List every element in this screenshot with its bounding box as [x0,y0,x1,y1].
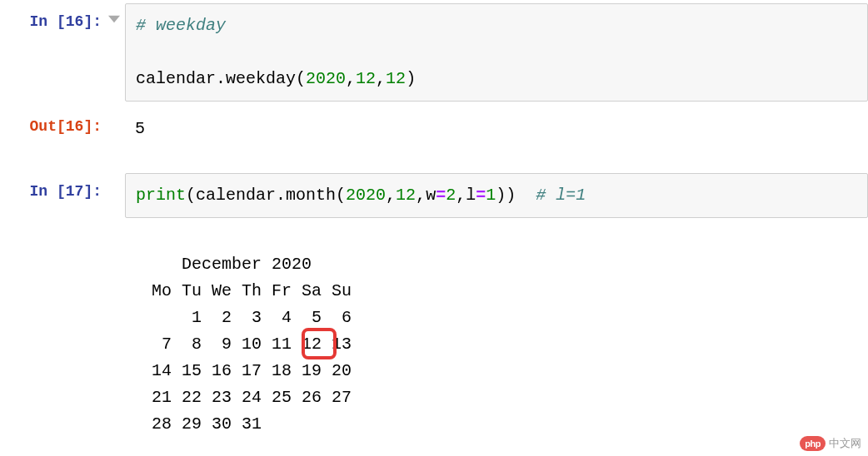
collapse-toggle[interactable] [108,3,125,27]
input-prompt: In [17]: [0,173,108,202]
input-prompt: In [16]: [0,3,108,32]
output-value: 5 [125,108,868,150]
calendar-text: December 2020 Mo Tu We Th Fr Sa Su 1 2 3… [152,255,352,434]
watermark: php 中文网 [800,436,861,451]
code-text: calendar.weekday( [136,69,306,88]
stdout-output: December 2020 Mo Tu We Th Fr Sa Su 1 2 3… [125,225,352,456]
code-input[interactable]: print(calendar.month(2020,12,w=2,l=1)) #… [125,173,868,218]
output-prompt: Out[16]: [0,108,108,137]
watermark-text: 中文网 [829,436,861,451]
code-cell-16: In [16]: # weekday calendar.weekday(2020… [0,0,868,105]
code-input[interactable]: # weekday calendar.weekday(2020,12,12) [125,3,868,102]
comment: # weekday [136,16,226,35]
php-badge-icon: php [800,436,826,451]
chevron-down-icon [108,13,120,25]
output-cell-16: Out[16]: 5 [0,105,868,153]
output-cell-17: December 2020 Mo Tu We Th Fr Sa Su 1 2 3… [0,221,868,456]
code-cell-17: In [17]: print(calendar.month(2020,12,w=… [0,170,868,221]
